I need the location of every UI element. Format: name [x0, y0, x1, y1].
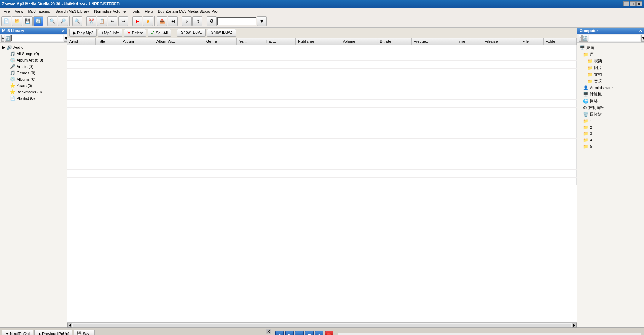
- mp3-info-btn[interactable]: ℹ Mp3 Info: [98, 29, 122, 37]
- tree-music[interactable]: 📁 音乐: [577, 78, 644, 85]
- player-progress-bar[interactable]: [338, 333, 641, 335]
- tag-next-btn[interactable]: ▼ Next[PgDn]: [2, 330, 33, 335]
- menu-view[interactable]: View: [13, 8, 25, 14]
- hscroll-track[interactable]: [73, 324, 571, 327]
- refresh-lib-btn[interactable]: 🔄: [33, 16, 43, 26]
- menu-buy[interactable]: Buy Zortam Mp3 Media Studio Pro: [156, 8, 220, 14]
- new-btn[interactable]: 📄: [1, 16, 11, 26]
- computer-close-btn[interactable]: ✕: [639, 29, 642, 33]
- settings-btn[interactable]: ⚙: [207, 16, 217, 26]
- maximize-btn[interactable]: □: [630, 1, 636, 6]
- col-artist[interactable]: Artist: [67, 38, 96, 45]
- export-btn[interactable]: 📤: [157, 16, 167, 26]
- import-prev-btn[interactable]: ⏮: [168, 16, 178, 26]
- undo-btn[interactable]: ↩: [108, 16, 117, 26]
- tree-folder-5[interactable]: 📁 5: [577, 143, 644, 150]
- col-bitrate[interactable]: Bitrate: [378, 38, 411, 45]
- comp-search-btn[interactable]: ▼: [641, 35, 644, 42]
- tag-prev-btn[interactable]: ▲ Previous[PgUp]: [34, 330, 72, 335]
- tree-lib[interactable]: 📁 库: [577, 51, 644, 58]
- computer-search[interactable]: [589, 35, 640, 41]
- col-filesize[interactable]: Filesize: [482, 38, 520, 45]
- col-track[interactable]: Trac...: [263, 38, 296, 45]
- zoom-in-btn[interactable]: 🔍: [47, 16, 57, 26]
- comp-refresh-btn[interactable]: 🔄: [582, 35, 588, 42]
- menu-mp3tagging[interactable]: Mp3 Tagging: [26, 8, 52, 14]
- tree-network[interactable]: 🌐 网络: [577, 98, 644, 104]
- tree-folder-3[interactable]: 📁 3: [577, 131, 644, 137]
- menu-search[interactable]: Search Mp3 Library: [53, 8, 91, 14]
- col-year[interactable]: Ye...: [237, 38, 263, 45]
- tree-admin[interactable]: 👤 Administrator: [577, 85, 644, 91]
- copy-btn[interactable]: 📋: [97, 16, 107, 26]
- save-btn[interactable]: 💾: [23, 16, 33, 26]
- hscroll-left-btn[interactable]: ◀: [67, 323, 72, 328]
- col-title[interactable]: Title: [96, 38, 121, 45]
- library-close-btn[interactable]: ✕: [62, 29, 64, 33]
- tree-bookmarks[interactable]: ⭐ Bookmarks (0): [0, 89, 67, 95]
- close-btn[interactable]: ✕: [636, 1, 642, 6]
- player-next-btn[interactable]: ⏭: [315, 331, 323, 335]
- col-albumar[interactable]: Album Ar...: [154, 38, 204, 45]
- zoom-out-btn[interactable]: 🔎: [58, 16, 68, 26]
- tree-computer[interactable]: 🖥️ 计算机: [577, 91, 644, 98]
- tree-desktop[interactable]: 🖥️ 桌面: [577, 44, 644, 51]
- menu-help[interactable]: Help: [143, 8, 155, 14]
- library-search[interactable]: [11, 35, 63, 41]
- player-stop-btn[interactable]: ⏹: [305, 331, 314, 335]
- show-id3v2-btn[interactable]: Show ID3v2: [207, 29, 236, 37]
- col-volume[interactable]: Volume: [340, 38, 378, 45]
- tree-pictures[interactable]: 📁 图片: [577, 64, 644, 71]
- player-rec-btn[interactable]: 🔴: [325, 331, 333, 335]
- tag-editor-close-btn[interactable]: ✕: [266, 329, 271, 334]
- menu-file[interactable]: File: [1, 8, 12, 14]
- player-prev-btn[interactable]: ⏮: [275, 331, 284, 335]
- col-file[interactable]: File: [520, 38, 543, 45]
- h-scrollbar[interactable]: ◀ ▶: [67, 322, 577, 327]
- col-freq[interactable]: Freque...: [411, 38, 454, 45]
- tag-save-btn[interactable]: 💾 Save: [74, 330, 94, 335]
- search-go-btn[interactable]: ▼: [257, 16, 267, 26]
- menu-tools[interactable]: Tools: [128, 8, 142, 14]
- lib-add-btn[interactable]: +: [1, 35, 4, 42]
- tree-folder-4[interactable]: 📁 4: [577, 137, 644, 143]
- tracks-table-container[interactable]: Artist Title Album Album Ar... Genre Ye.…: [67, 38, 577, 322]
- youtube-btn[interactable]: ▶: [132, 16, 142, 26]
- tree-recycle[interactable]: 🗑️ 回收站: [577, 111, 644, 118]
- tree-playlist[interactable]: 📄 Playlist (0): [0, 95, 67, 102]
- cut-btn[interactable]: ✂️: [86, 16, 96, 26]
- tree-allsongs[interactable]: 🎵 All Songs (0): [0, 51, 67, 57]
- col-folder[interactable]: Folder: [543, 38, 576, 45]
- tree-video[interactable]: 📁 视频: [577, 58, 644, 64]
- sel-all-btn[interactable]: ✓ Sel. All: [148, 29, 171, 37]
- tree-folder-1[interactable]: 📁 1: [577, 118, 644, 124]
- lib-refresh-btn[interactable]: 🔄: [5, 35, 11, 42]
- col-publisher[interactable]: Publisher: [296, 38, 340, 45]
- tree-docs[interactable]: 📁 文档: [577, 71, 644, 78]
- player-pause-btn[interactable]: ⏸: [295, 331, 304, 335]
- tree-artists[interactable]: 🎤 Artists (0): [0, 63, 67, 70]
- music2-btn[interactable]: ♫: [192, 16, 202, 26]
- minimize-btn[interactable]: —: [623, 1, 629, 6]
- music1-btn[interactable]: ♪: [182, 16, 192, 26]
- tree-control-panel[interactable]: ⚙ 控制面板: [577, 104, 644, 111]
- delete-btn[interactable]: ✕ Delete: [124, 29, 146, 37]
- tree-albumartist[interactable]: 💿 Album Artist (0): [0, 57, 67, 63]
- comp-up-btn[interactable]: ↑: [579, 35, 582, 42]
- show-id3v1-btn[interactable]: Show ID3v1: [177, 29, 206, 37]
- tree-audio-root[interactable]: ▶ 🔊 Audio: [0, 44, 67, 51]
- col-genre[interactable]: Genre: [204, 38, 237, 45]
- open-btn[interactable]: 📂: [12, 16, 22, 26]
- menu-normalize[interactable]: Normalize Volume: [92, 8, 128, 14]
- col-time[interactable]: Time: [454, 38, 482, 45]
- tree-albums[interactable]: 💿 Albums (0): [0, 76, 67, 82]
- redo-btn[interactable]: ↪: [118, 16, 128, 26]
- find-btn[interactable]: 🔍: [72, 16, 82, 26]
- amazon-btn[interactable]: a: [143, 16, 153, 26]
- hscroll-right-btn[interactable]: ▶: [572, 323, 577, 328]
- tree-folder-2[interactable]: 📁 2: [577, 124, 644, 131]
- toolbar-search-input[interactable]: [217, 17, 256, 25]
- play-mp3-btn[interactable]: ▶ Play Mp3: [69, 29, 97, 37]
- col-album[interactable]: Album: [121, 38, 154, 45]
- player-play-btn[interactable]: ▶: [285, 331, 294, 335]
